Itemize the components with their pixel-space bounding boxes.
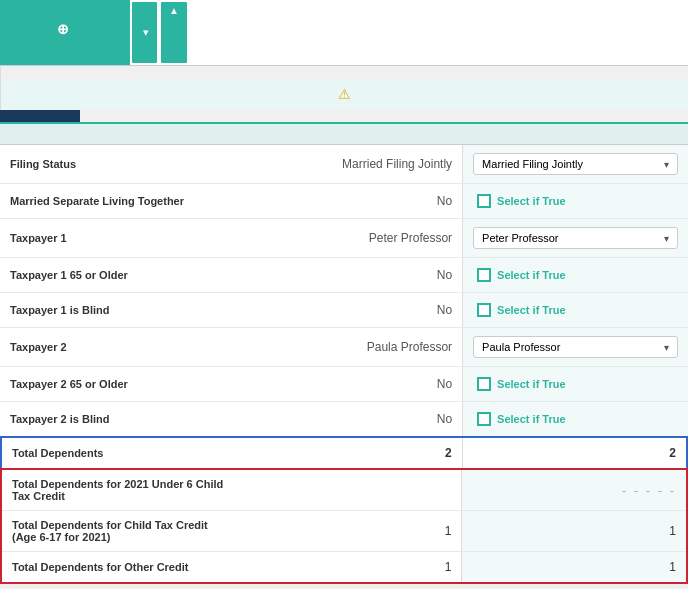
- scenario2-column: ⚠: [0, 80, 688, 110]
- dropdown[interactable]: Paula Professor▾: [473, 336, 678, 358]
- row-label: Taxpayer 1: [0, 219, 237, 258]
- scenario2-cell: 1: [462, 552, 686, 583]
- table-row: Taxpayer 2Paula ProfessorPaula Professor…: [0, 328, 688, 367]
- scenario2-cell: 1: [462, 511, 686, 552]
- scenario2-cell: - - - - -: [462, 470, 686, 511]
- table-row: Total Dependents for Child Tax Credit (A…: [2, 511, 686, 552]
- scenario1-cell: No: [237, 367, 462, 402]
- arrow-up-icon: ▲: [169, 5, 179, 16]
- dropdown-value: Married Filing Jointly: [482, 158, 583, 170]
- select-true-label: Select if True: [497, 413, 565, 425]
- top-button[interactable]: ▲: [159, 0, 189, 65]
- row-label: Total Dependents for Other Credit: [2, 552, 238, 583]
- table-row: Taxpayer 1 is BlindNoSelect if True: [0, 293, 688, 328]
- total-dependents-label: Total Dependents: [1, 437, 238, 468]
- select-if-true-container[interactable]: Select if True: [473, 375, 678, 393]
- jump-to-section-button[interactable]: ▾: [130, 0, 159, 65]
- select-true-label: Select if True: [497, 195, 565, 207]
- row-label: Total Dependents for Child Tax Credit (A…: [2, 511, 238, 552]
- scenario2-cell[interactable]: Select if True: [463, 293, 688, 328]
- select-if-true-container[interactable]: Select if True: [473, 192, 678, 210]
- table-row: Married Separate Living TogetherNoSelect…: [0, 184, 688, 219]
- scenario1-cell: 1: [238, 511, 462, 552]
- total-dependents-row: Total Dependents 2 2: [1, 437, 687, 468]
- scenario1-cell: No: [237, 293, 462, 328]
- total-dependents-s1: 2: [238, 437, 463, 468]
- dependent-credits-table: Total Dependents for 2021 Under 6 Child …: [2, 470, 686, 582]
- red-section: Total Dependents for 2021 Under 6 Child …: [0, 468, 688, 584]
- expand-all-button[interactable]: ⊕: [0, 0, 130, 65]
- scenario1-cell: No: [237, 184, 462, 219]
- checkbox[interactable]: [477, 194, 491, 208]
- scenario1-cell: No: [237, 258, 462, 293]
- table-row: Taxpayer 2 is BlindNoSelect if True: [0, 402, 688, 437]
- scenario1-cell: Paula Professor: [237, 328, 462, 367]
- scenario2-cell[interactable]: Peter Professor▾: [463, 219, 688, 258]
- row-label: Total Dependents for 2021 Under 6 Child …: [2, 470, 238, 511]
- section-header: [0, 122, 688, 145]
- table-row: Taxpayer 1 65 or OlderNoSelect if True: [0, 258, 688, 293]
- total-dependents-table: Total Dependents 2 2: [0, 436, 688, 468]
- dropdown-value: Paula Professor: [482, 341, 560, 353]
- checkbox[interactable]: [477, 268, 491, 282]
- table-row: Taxpayer 2 65 or OlderNoSelect if True: [0, 367, 688, 402]
- select-true-label: Select if True: [497, 269, 565, 281]
- row-label: Taxpayer 2 is Blind: [0, 402, 237, 437]
- checkbox[interactable]: [477, 412, 491, 426]
- scenario2-cell[interactable]: Select if True: [463, 258, 688, 293]
- select-if-true-container[interactable]: Select if True: [473, 410, 678, 428]
- chevron-down-icon: ▾: [664, 159, 669, 170]
- row-label: Taxpayer 2: [0, 328, 237, 367]
- row-label: Taxpayer 1 is Blind: [0, 293, 237, 328]
- chevron-down-icon: ▾: [664, 342, 669, 353]
- scenario1-cell: Peter Professor: [237, 219, 462, 258]
- table-row: Filing StatusMarried Filing JointlyMarri…: [0, 145, 688, 184]
- table-row: Total Dependents for Other Credit11: [2, 552, 686, 583]
- table-row: Total Dependents for 2021 Under 6 Child …: [2, 470, 686, 511]
- table-row: Taxpayer 1Peter ProfessorPeter Professor…: [0, 219, 688, 258]
- scenario2-cell[interactable]: Paula Professor▾: [463, 328, 688, 367]
- warning-icon: ⚠: [338, 86, 351, 102]
- select-if-true-container[interactable]: Select if True: [473, 301, 678, 319]
- scenario1-column: [0, 66, 688, 80]
- select-true-label: Select if True: [497, 304, 565, 316]
- add-scenario-button[interactable]: [0, 110, 80, 122]
- scenario1-cell: No: [237, 402, 462, 437]
- dropdown[interactable]: Married Filing Jointly▾: [473, 153, 678, 175]
- scenario1-cell: 1: [238, 552, 462, 583]
- checkbox[interactable]: [477, 303, 491, 317]
- total-dependents-s2: 2: [462, 437, 687, 468]
- expand-icon: ⊕: [57, 21, 69, 37]
- checkbox[interactable]: [477, 377, 491, 391]
- dropdown[interactable]: Peter Professor▾: [473, 227, 678, 249]
- row-label: Taxpayer 1 65 or Older: [0, 258, 237, 293]
- scenario2-cell[interactable]: Select if True: [463, 402, 688, 437]
- chevron-down-icon: ▾: [143, 26, 149, 39]
- app-header: ⊕ ▾ ▲: [0, 0, 688, 66]
- dropdown-value: Peter Professor: [482, 232, 558, 244]
- select-true-label: Select if True: [497, 378, 565, 390]
- filing-status-table: Filing StatusMarried Filing JointlyMarri…: [0, 145, 688, 436]
- scenario1-cell: [238, 470, 462, 511]
- scenario2-cell[interactable]: Married Filing Jointly▾: [463, 145, 688, 184]
- scenario2-cell[interactable]: Select if True: [463, 367, 688, 402]
- scenario2-cell[interactable]: Select if True: [463, 184, 688, 219]
- select-if-true-container[interactable]: Select if True: [473, 266, 678, 284]
- scenario1-cell: Married Filing Jointly: [237, 145, 462, 184]
- row-label: Taxpayer 2 65 or Older: [0, 367, 237, 402]
- row-label: Married Separate Living Together: [0, 184, 237, 219]
- chevron-down-icon: ▾: [664, 233, 669, 244]
- row-label: Filing Status: [0, 145, 237, 184]
